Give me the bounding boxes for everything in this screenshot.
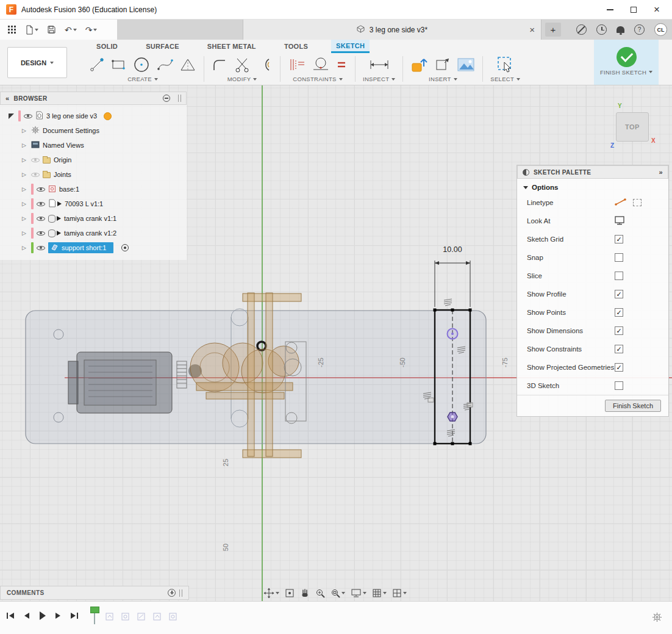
hide-browser-icon[interactable] bbox=[163, 95, 170, 102]
polygon-tool-icon[interactable] bbox=[179, 57, 196, 73]
expand-arrow-icon[interactable]: ▷ bbox=[22, 142, 28, 148]
notifications-history-icon[interactable] bbox=[596, 24, 607, 35]
line-tool-icon[interactable] bbox=[89, 57, 105, 73]
app-grid-icon[interactable] bbox=[7, 25, 16, 34]
look-at-button[interactable] bbox=[285, 588, 295, 598]
visibility-eye-icon[interactable] bbox=[31, 156, 40, 164]
select-tool-icon[interactable] bbox=[496, 56, 515, 74]
browser-item-root-component[interactable]: 3 leg one side v3 bbox=[0, 109, 187, 123]
tab-solid[interactable]: SOLID bbox=[91, 40, 123, 53]
group-modify-label[interactable]: MODIFY bbox=[227, 76, 257, 85]
close-button[interactable]: × bbox=[654, 5, 660, 14]
expand-arrow-icon[interactable]: ▷ bbox=[22, 245, 28, 251]
measure-tool-icon[interactable] bbox=[369, 58, 390, 71]
file-menu-button[interactable] bbox=[25, 25, 38, 35]
play-button[interactable] bbox=[38, 611, 46, 622]
group-create-label[interactable]: CREATE bbox=[127, 76, 158, 85]
update-status-badge[interactable] bbox=[104, 112, 112, 120]
tab-tools[interactable]: TOOLS bbox=[279, 40, 313, 53]
insert-decal-icon[interactable] bbox=[434, 56, 451, 73]
workspace-selector[interactable]: DESIGN bbox=[7, 47, 67, 78]
browser-item-origin[interactable]: ▷ Origin bbox=[0, 153, 187, 167]
browser-item-support-short[interactable]: ▷ support short:1 bbox=[0, 240, 187, 255]
show-dimensions-checkbox[interactable]: ✓ bbox=[615, 326, 623, 335]
timeline-feature-icon[interactable] bbox=[137, 611, 146, 623]
offset-tool-icon[interactable] bbox=[257, 57, 273, 73]
step-forward-button[interactable] bbox=[54, 611, 62, 622]
browser-item-tamiya-crank-2[interactable]: ▷ tamiya crank v1:2 bbox=[0, 226, 187, 240]
timeline-settings-gear-icon[interactable] bbox=[652, 612, 662, 624]
visibility-eye-icon[interactable] bbox=[37, 243, 45, 252]
go-to-start-button[interactable] bbox=[6, 611, 15, 622]
visibility-eye-icon[interactable] bbox=[24, 112, 32, 120]
equal-constraint-icon[interactable] bbox=[335, 59, 348, 71]
timeline-feature-icon[interactable] bbox=[168, 611, 178, 623]
close-tab-icon[interactable]: × bbox=[529, 24, 535, 35]
tab-sheet-metal[interactable]: SHEET METAL bbox=[202, 40, 261, 53]
show-projected-checkbox[interactable]: ✓ bbox=[615, 363, 623, 372]
notification-bell-icon[interactable] bbox=[617, 26, 624, 33]
expand-arrow-icon[interactable]: ▷ bbox=[22, 128, 28, 134]
snap-checkbox[interactable] bbox=[615, 253, 623, 262]
visibility-eye-icon[interactable] bbox=[37, 214, 45, 223]
group-select-label[interactable]: SELECT bbox=[490, 76, 520, 85]
trim-scissors-icon[interactable] bbox=[233, 56, 251, 73]
group-constraints-label[interactable]: CONSTRAINTS bbox=[293, 76, 342, 85]
fillet-tool-icon[interactable] bbox=[212, 57, 227, 73]
expand-arrow-icon[interactable]: ▷ bbox=[22, 230, 28, 236]
look-at-icon[interactable] bbox=[615, 216, 625, 226]
timeline-feature-icon[interactable] bbox=[121, 611, 130, 623]
group-insert-label[interactable]: INSERT bbox=[429, 76, 457, 85]
modeling-viewport[interactable]: 10.00 -25 -50 -75 25 50 TOP Y X Z « BROW… bbox=[0, 85, 672, 601]
redo-button[interactable]: ↷ bbox=[85, 26, 98, 34]
slice-checkbox[interactable] bbox=[615, 272, 623, 280]
visibility-eye-icon[interactable] bbox=[31, 170, 40, 179]
browser-item-70093[interactable]: ▷ 70093 L v1:1 bbox=[0, 196, 187, 211]
undo-button[interactable]: ↶ bbox=[65, 26, 77, 34]
horizontal-vertical-constraint-icon[interactable] bbox=[288, 57, 306, 73]
grid-snap-button[interactable] bbox=[372, 588, 387, 598]
viewcube[interactable]: TOP bbox=[616, 112, 649, 142]
3d-sketch-checkbox[interactable] bbox=[615, 381, 623, 390]
browser-item-joints[interactable]: ▷ Joints bbox=[0, 167, 187, 182]
centerline-linetype-icon[interactable] bbox=[615, 198, 627, 207]
collapse-browser-icon[interactable]: « bbox=[5, 95, 10, 102]
step-back-button[interactable] bbox=[23, 611, 30, 622]
group-inspect-label[interactable]: INSPECT bbox=[363, 76, 395, 85]
orbit-button[interactable] bbox=[263, 588, 279, 599]
browser-item-base[interactable]: ▷ base:1 bbox=[0, 182, 187, 196]
zoom-button[interactable] bbox=[315, 588, 325, 598]
browser-item-tamiya-crank-1[interactable]: ▷ tamiya crank v1:1 bbox=[0, 211, 187, 226]
timeline-position-marker[interactable] bbox=[90, 607, 99, 613]
finish-sketch-button[interactable]: FINISH SKETCH bbox=[594, 40, 659, 85]
new-tab-button[interactable]: + bbox=[545, 23, 561, 37]
palette-dock-icon[interactable] bbox=[523, 169, 529, 176]
expand-palette-icon[interactable]: » bbox=[659, 169, 663, 176]
sketch-grid-checkbox[interactable]: ✓ bbox=[615, 235, 623, 243]
timeline-feature-icon[interactable] bbox=[152, 611, 162, 623]
expand-arrow-icon[interactable]: ▷ bbox=[22, 201, 28, 207]
browser-item-document-settings[interactable]: ▷ Document Settings bbox=[0, 123, 187, 138]
zoom-window-button[interactable] bbox=[331, 588, 345, 598]
show-profile-checkbox[interactable]: ✓ bbox=[615, 290, 623, 298]
pan-button[interactable] bbox=[300, 588, 310, 598]
rectangle-tool-icon[interactable] bbox=[110, 57, 126, 73]
browser-grip-handle[interactable] bbox=[178, 95, 181, 102]
expand-arrow-icon[interactable]: ▷ bbox=[22, 215, 28, 222]
browser-header[interactable]: « BROWSER bbox=[0, 92, 187, 105]
visibility-eye-icon[interactable] bbox=[37, 185, 45, 193]
spline-tool-icon[interactable] bbox=[157, 57, 174, 73]
document-tab[interactable]: 3 leg one side v3* × bbox=[243, 20, 542, 40]
job-status-icon[interactable] bbox=[576, 24, 587, 35]
show-constraints-checkbox[interactable]: ✓ bbox=[615, 345, 623, 353]
insert-svg-icon[interactable] bbox=[410, 56, 429, 74]
expand-arrow-icon[interactable]: ▷ bbox=[22, 171, 28, 178]
circle-tool-icon[interactable] bbox=[132, 55, 151, 74]
tangent-constraint-icon[interactable] bbox=[312, 56, 330, 74]
insert-canvas-image-icon[interactable] bbox=[457, 57, 475, 73]
minimize-button[interactable] bbox=[607, 9, 613, 10]
save-button[interactable] bbox=[47, 25, 56, 34]
visibility-eye-icon[interactable] bbox=[37, 200, 45, 208]
tab-surface[interactable]: SURFACE bbox=[141, 40, 184, 53]
comments-grip-handle[interactable] bbox=[179, 589, 182, 597]
